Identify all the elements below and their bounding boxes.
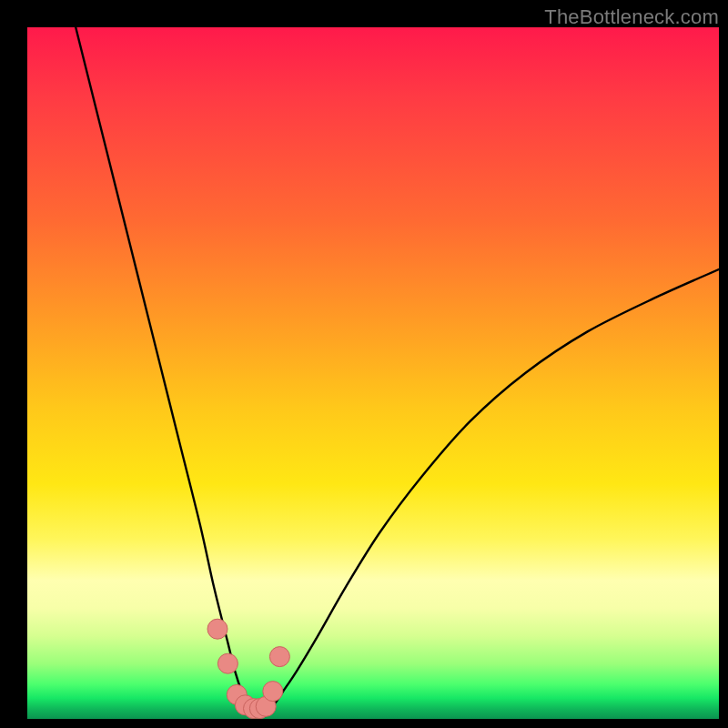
chart-frame: TheBottleneck.com bbox=[0, 0, 728, 728]
bottleneck-curve bbox=[76, 27, 719, 713]
valley-marker bbox=[217, 653, 238, 673]
curve-layer bbox=[27, 27, 719, 719]
valley-marker bbox=[207, 619, 228, 639]
plot-area bbox=[27, 27, 719, 719]
watermark-text: TheBottleneck.com bbox=[544, 5, 719, 29]
valley-marker bbox=[269, 647, 289, 667]
valley-markers bbox=[207, 619, 289, 718]
valley-marker bbox=[263, 682, 283, 702]
